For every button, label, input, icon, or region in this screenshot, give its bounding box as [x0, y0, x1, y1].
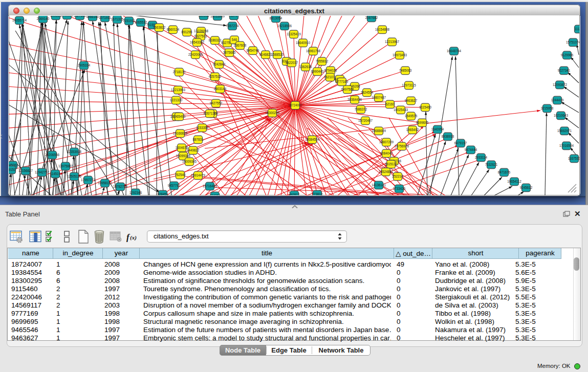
svg-text:6966160: 6966160 [86, 15, 99, 18]
svg-text:14136141: 14136141 [372, 183, 386, 187]
svg-text:1549575: 1549575 [405, 114, 418, 118]
svg-text:16543382: 16543382 [190, 40, 205, 44]
svg-text:12973115: 12973115 [402, 83, 416, 87]
svg-text:7485063: 7485063 [399, 69, 412, 72]
svg-text:1244419: 1244419 [551, 98, 564, 102]
svg-text:1733426: 1733426 [393, 187, 406, 190]
svg-text:887831: 887831 [192, 138, 204, 141]
svg-text:735727: 735727 [228, 14, 239, 17]
svg-text:10099345: 10099345 [176, 154, 191, 158]
svg-text:7663822: 7663822 [153, 26, 166, 29]
svg-text:2087682: 2087682 [365, 16, 378, 19]
svg-text:19384554: 19384554 [305, 138, 320, 141]
svg-text:492817: 492817 [289, 193, 300, 196]
svg-text:7955812: 7955812 [316, 59, 329, 63]
svg-text:773812: 773812 [312, 192, 323, 196]
svg-text:114519: 114519 [50, 172, 61, 176]
svg-text:20206556: 20206556 [45, 153, 60, 157]
svg-text:252214: 252214 [392, 174, 403, 178]
svg-text:10654112: 10654112 [507, 180, 521, 183]
svg-text:12093872: 12093872 [553, 83, 568, 86]
svg-text:891295: 891295 [181, 30, 192, 34]
svg-text:8454749: 8454749 [247, 49, 259, 52]
svg-text:15716485: 15716485 [203, 184, 217, 188]
svg-text:11325419: 11325419 [287, 32, 301, 36]
svg-text:10973493: 10973493 [393, 53, 407, 57]
svg-text:1615132: 1615132 [385, 162, 398, 166]
svg-text:3822037: 3822037 [286, 61, 298, 64]
svg-text:9457791: 9457791 [168, 184, 181, 187]
svg-text:2905334: 2905334 [78, 63, 91, 67]
svg-text:10210643: 10210643 [554, 114, 569, 117]
svg-text:20364436: 20364436 [347, 98, 362, 101]
svg-text:1065532: 1065532 [135, 20, 147, 24]
svg-text:62160: 62160 [385, 102, 395, 106]
svg-text:9227341: 9227341 [558, 69, 571, 72]
svg-text:8186323: 8186323 [209, 38, 222, 42]
svg-text:12213967: 12213967 [385, 40, 400, 43]
svg-text:9146821: 9146821 [259, 53, 272, 56]
svg-text:15751074: 15751074 [566, 40, 581, 44]
svg-text:8471676: 8471676 [498, 170, 511, 174]
svg-text:16961758: 16961758 [306, 49, 321, 53]
svg-text:14055714: 14055714 [12, 18, 27, 22]
svg-text:1292346: 1292346 [129, 191, 142, 194]
svg-text:19218506: 19218506 [277, 24, 292, 28]
svg-text:2933114: 2933114 [475, 156, 488, 159]
svg-text:8990443: 8990443 [311, 70, 324, 73]
svg-text:16033809: 16033809 [210, 14, 225, 18]
svg-text:1671315: 1671315 [111, 17, 124, 21]
svg-text:9129966: 9129966 [561, 53, 574, 57]
svg-text:1167533: 1167533 [568, 157, 581, 160]
svg-text:1449822: 1449822 [187, 148, 200, 152]
svg-text:(x): (x) [130, 234, 137, 241]
svg-text:12505135: 12505135 [67, 174, 82, 178]
svg-text:18640910: 18640910 [296, 41, 311, 45]
svg-text:12942757: 12942757 [35, 170, 50, 174]
svg-text:1965493: 1965493 [173, 115, 186, 118]
svg-text:184951: 184951 [209, 194, 221, 198]
svg-text:18807209: 18807209 [379, 140, 394, 144]
svg-text:1065326: 1065326 [61, 13, 74, 17]
svg-text:7151911: 7151911 [123, 19, 136, 23]
svg-text:9474444: 9474444 [465, 148, 477, 151]
svg-text:15692971: 15692971 [557, 129, 572, 133]
svg-text:3215958: 3215958 [541, 106, 554, 110]
svg-text:15720407: 15720407 [358, 119, 373, 122]
svg-text:8938918: 8938918 [442, 135, 454, 138]
svg-text:2069140: 2069140 [37, 17, 50, 20]
svg-text:4257512: 4257512 [209, 75, 222, 78]
svg-text:1965492: 1965492 [406, 128, 419, 132]
svg-text:1362615: 1362615 [299, 65, 312, 69]
svg-text:9777169: 9777169 [336, 80, 349, 83]
svg-text:1640954: 1640954 [431, 127, 444, 131]
svg-text:18724007: 18724007 [288, 103, 303, 107]
svg-text:9242843: 9242843 [213, 62, 226, 66]
svg-text:9327503: 9327503 [194, 34, 207, 38]
svg-text:546: 546 [232, 38, 237, 41]
svg-text:9245612: 9245612 [520, 186, 533, 189]
svg-text:19166825: 19166825 [173, 132, 188, 135]
svg-text:2803144: 2803144 [214, 87, 227, 91]
svg-text:16914479: 16914479 [191, 173, 206, 177]
svg-text:1588520: 1588520 [271, 53, 284, 56]
svg-text:12213903: 12213903 [171, 88, 186, 92]
svg-text:8660124: 8660124 [167, 28, 180, 31]
svg-text:16782759: 16782759 [113, 185, 128, 188]
svg-text:13524851: 13524851 [379, 170, 394, 173]
svg-text:9115460: 9115460 [419, 105, 432, 109]
svg-text:10688609: 10688609 [372, 129, 386, 133]
svg-text:12156827: 12156827 [18, 169, 33, 172]
svg-text:3824554: 3824554 [361, 91, 374, 94]
svg-text:39151: 39151 [7, 168, 16, 171]
svg-text:9463627: 9463627 [405, 99, 418, 102]
svg-text:13226058: 13226058 [194, 29, 209, 33]
svg-text:9427552: 9427552 [210, 101, 223, 105]
svg-text:20756928: 20756928 [395, 144, 409, 148]
svg-text:3875685: 3875685 [223, 51, 236, 54]
svg-text:7986372: 7986372 [355, 107, 367, 111]
svg-text:16009345: 16009345 [182, 160, 197, 163]
svg-text:1221330: 1221330 [170, 98, 183, 102]
svg-text:6479197: 6479197 [454, 141, 467, 145]
svg-text:10807487: 10807487 [372, 96, 386, 99]
